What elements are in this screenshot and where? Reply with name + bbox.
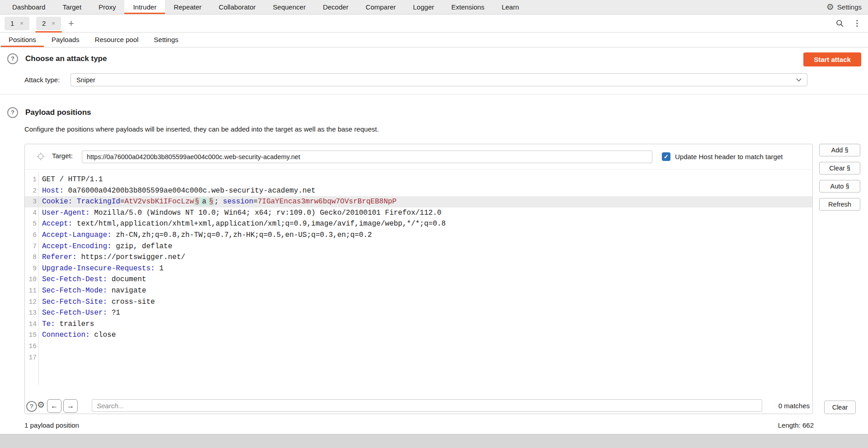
request-line-9: 9Upgrade-Insecure-Requests: 1	[25, 263, 812, 274]
subtab-resource-pool[interactable]: Resource pool	[87, 33, 146, 47]
attack-type-heading: Choose an attack type	[25, 54, 107, 63]
line-content: Cookie: TrackingId=AtV2vsbK1IFocLzw§a§; …	[37, 196, 396, 207]
line-content: Accept: text/html,application/xhtml+xml,…	[37, 218, 446, 230]
target-crosshair-icon	[37, 152, 45, 160]
subtab-payloads[interactable]: Payloads	[44, 33, 87, 47]
menubar-item-decoder[interactable]: Decoder	[314, 0, 357, 14]
attack-tab-1[interactable]: 1×	[5, 17, 29, 30]
attack-type-selected-value: Sniper	[76, 76, 95, 84]
search-next-button[interactable]: →	[63, 399, 78, 413]
line-number: 2	[25, 185, 37, 197]
menubar-item-sequencer[interactable]: Sequencer	[264, 0, 315, 14]
line-number: 5	[25, 218, 37, 230]
menubar-item-repeater[interactable]: Repeater	[165, 0, 210, 14]
attack-tabs: 1×2×	[0, 17, 61, 30]
help-icon[interactable]: ?	[7, 53, 18, 64]
request-line-5: 5Accept: text/html,application/xhtml+xml…	[25, 218, 812, 230]
menubar-item-comparer[interactable]: Comparer	[357, 0, 405, 14]
line-content: Sec-Fetch-User: ?1	[37, 307, 120, 319]
request-length: Length: 662	[741, 421, 814, 429]
request-line-2: 2Host: 0a76000a04200b3b805599ae004c000c.…	[25, 185, 812, 197]
attack-type-select[interactable]: Sniper	[71, 73, 807, 86]
search-matches-count: 0 matches	[746, 399, 810, 413]
chevron-down-icon	[796, 78, 802, 82]
line-content: Upgrade-Insecure-Requests: 1	[37, 263, 164, 274]
clear-marker-button[interactable]: Clear §	[819, 162, 860, 174]
request-line-10: 10Sec-Fetch-Dest: document	[25, 274, 812, 285]
payload-positions-heading-row: ? Payload positions	[7, 107, 91, 118]
search-clear-button[interactable]: Clear	[824, 401, 856, 414]
request-line-7: 7Accept-Encoding: gzip, deflate	[25, 241, 812, 252]
menubar-item-target[interactable]: Target	[54, 0, 90, 14]
subtab-settings[interactable]: Settings	[146, 33, 186, 47]
position-buttons: Add § Clear § Auto § Refresh	[819, 144, 860, 211]
attack-type-label: Attack type:	[24, 73, 60, 86]
request-line-12: 12Sec-Fetch-Site: cross-site	[25, 297, 812, 308]
line-content	[37, 341, 42, 352]
menubar-item-collaborator[interactable]: Collaborator	[210, 0, 264, 14]
gear-icon[interactable]: ⚙	[37, 401, 45, 409]
target-label: Target:	[52, 152, 73, 160]
subtab-positions[interactable]: Positions	[1, 33, 44, 47]
request-line-1: 1GET / HTTP/1.1	[25, 174, 812, 185]
payload-position-count: 1 payload position	[24, 421, 79, 429]
help-icon[interactable]: ?	[26, 401, 37, 412]
line-content: Connection: close	[37, 330, 116, 341]
payload-positions-description: Configure the positions where payloads w…	[24, 125, 379, 133]
line-number: 3	[25, 196, 37, 207]
request-editor[interactable]: 1GET / HTTP/1.12Host: 0a76000a04200b3b80…	[25, 174, 812, 398]
line-number: 10	[25, 274, 37, 285]
add-tab-button[interactable]: +	[68, 17, 74, 30]
request-line-16: 16	[25, 341, 812, 352]
menubar-item-extensions[interactable]: Extensions	[443, 0, 493, 14]
menubar-item-proxy[interactable]: Proxy	[90, 0, 124, 14]
line-content: Accept-Language: zh-CN,zh;q=0.8,zh-TW;q=…	[37, 230, 372, 241]
menubar-items: DashboardTargetProxyIntruderRepeaterColl…	[0, 0, 528, 14]
request-line-13: 13Sec-Fetch-User: ?1	[25, 307, 812, 319]
menubar-item-learn[interactable]: Learn	[493, 0, 528, 14]
search-input[interactable]	[92, 399, 762, 412]
gutter-separator	[38, 171, 39, 385]
attack-tab-2[interactable]: 2×	[36, 17, 61, 30]
close-icon[interactable]: ×	[20, 20, 24, 27]
request-line-6: 6Accept-Language: zh-CN,zh;q=0.8,zh-TW;q…	[25, 230, 812, 241]
request-line-8: 8Referer: https://portswigger.net/	[25, 252, 812, 263]
search-previous-button[interactable]: ←	[47, 399, 61, 413]
target-input[interactable]	[82, 151, 652, 163]
line-number: 12	[25, 297, 37, 308]
menubar-item-dashboard[interactable]: Dashboard	[4, 0, 54, 14]
line-content: Te: trailers	[37, 319, 94, 330]
line-content: Sec-Fetch-Site: cross-site	[37, 297, 155, 308]
line-number: 16	[25, 341, 37, 352]
tab-bar-actions: ⋮	[836, 19, 868, 28]
line-number: 7	[25, 241, 37, 252]
line-number: 14	[25, 319, 37, 330]
target-row: Target: ✓ Update Host header to match ta…	[25, 144, 812, 170]
line-content: GET / HTTP/1.1	[37, 174, 103, 185]
intruder-subtabs: PositionsPayloadsResource poolSettings	[0, 33, 868, 47]
menubar-item-intruder[interactable]: Intruder	[124, 0, 165, 14]
refresh-button[interactable]: Refresh	[819, 198, 860, 211]
line-content: Accept-Encoding: gzip, deflate	[37, 241, 172, 252]
payload-positions-heading: Payload positions	[25, 108, 91, 117]
line-number: 8	[25, 252, 37, 263]
help-icon[interactable]: ?	[7, 107, 18, 118]
payload-positions-panel: Target: ✓ Update Host header to match ta…	[24, 144, 813, 414]
add-marker-button[interactable]: Add §	[819, 144, 860, 156]
search-icon[interactable]	[836, 19, 844, 28]
kebab-menu-icon[interactable]: ⋮	[853, 19, 861, 28]
menubar: DashboardTargetProxyIntruderRepeaterColl…	[0, 0, 868, 14]
menubar-item-logger[interactable]: Logger	[405, 0, 443, 14]
start-attack-button[interactable]: Start attack	[803, 52, 861, 66]
window-footer-strip	[0, 434, 868, 448]
auto-marker-button[interactable]: Auto §	[819, 180, 860, 193]
attack-tab-label: 1	[10, 19, 14, 27]
burp-intruder-window: DashboardTargetProxyIntruderRepeaterColl…	[0, 0, 868, 448]
update-host-checkbox[interactable]: ✓	[662, 152, 670, 161]
line-number: 9	[25, 263, 37, 274]
settings-button[interactable]: ⚙ Settings	[826, 0, 868, 14]
line-number: 17	[25, 352, 37, 363]
request-line-14: 14Te: trailers	[25, 319, 812, 330]
line-number: 1	[25, 174, 37, 185]
close-icon[interactable]: ×	[52, 20, 55, 27]
